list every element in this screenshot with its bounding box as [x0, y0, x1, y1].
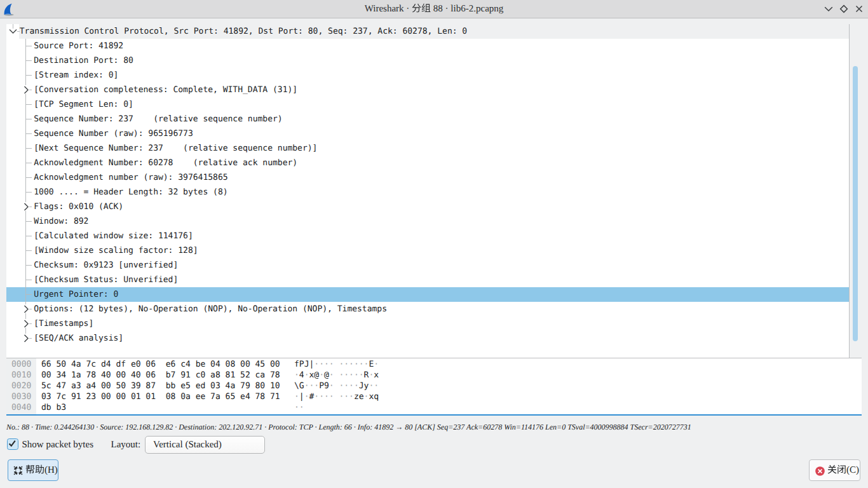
tree-row[interactable]: [Calculated window size: 114176] [6, 229, 849, 243]
cjk-glyph [837, 464, 846, 474]
tree-row[interactable]: Source Port: 41892 [6, 39, 849, 53]
tree-row-text: Sequence Number: 237 (relative sequence … [34, 112, 282, 126]
tree-row[interactable]: Transmission Control Protocol, Src Port:… [6, 24, 849, 39]
expander-collapsed-icon[interactable] [23, 305, 29, 313]
hex-row[interactable]: 001000 34 1a 78 40 00 40 06 b7 91 c0 a8 … [6, 370, 862, 381]
tree-row-text: Urgent Pointer: 0 [34, 287, 118, 302]
hex-bytes[interactable]: db b3 [41, 402, 66, 413]
hex-offset: 0020 [11, 381, 31, 391]
close-button[interactable]: (C) [809, 459, 860, 481]
help-button[interactable]: (H) [8, 459, 58, 481]
tree-guide-line [29, 309, 32, 309]
tree-row-text: [Timestamps] [34, 316, 93, 331]
cjk-glyph [827, 464, 837, 474]
tree-guide-line [25, 133, 32, 134]
tree-guide-line [25, 60, 32, 61]
tree-row-text: [Stream index: 0] [34, 68, 118, 83]
layout-label: Layout: [111, 440, 141, 450]
tree-row[interactable]: [Next Sequence Number: 237 (relative seq… [6, 141, 849, 156]
tree-row-text: Options: (12 bytes), No-Operation (NOP),… [34, 302, 387, 316]
close-window-button[interactable] [852, 0, 866, 18]
hex-row[interactable]: 00205c 47 a3 a4 00 50 39 87 bb e5 ed 03 … [6, 381, 862, 391]
tree-guide-line [25, 236, 32, 236]
hex-bytes[interactable]: 66 50 4a 7c d4 df e0 06 e6 c4 be 04 08 0… [41, 359, 280, 370]
tree-guide-line [25, 163, 32, 163]
tree-row-text: Checksum: 0x9123 [unverified] [34, 258, 178, 273]
tree-row-text: 1000 .... = Header Length: 32 bytes (8) [34, 185, 227, 200]
tree-row[interactable]: Window: 892 [6, 214, 849, 229]
checkmark-icon [7, 438, 17, 449]
selected-row-highlight [6, 287, 849, 302]
tree-row[interactable]: [Timestamps] [6, 316, 849, 331]
tree-row[interactable]: Acknowledgment number (raw): 3976415865 [6, 170, 849, 185]
tree-row[interactable]: 1000 .... = Header Length: 32 bytes (8) [6, 185, 849, 200]
maximize-icon [839, 4, 848, 13]
tree-row-text: Flags: 0x010 (ACK) [34, 200, 123, 214]
hex-ascii[interactable]: ·4·x@·@· ·····R·x [294, 370, 379, 381]
tree-row[interactable]: [Checksum Status: Unverified] [6, 273, 849, 287]
tree-row[interactable]: Acknowledgment Number: 60278 (relative a… [6, 156, 849, 170]
tree-row[interactable]: Sequence Number: 237 (relative sequence … [6, 112, 849, 126]
tree-guide-line [25, 331, 26, 334]
tree-guide-line [29, 323, 32, 324]
hex-row[interactable]: 0040db b3·· [6, 402, 862, 413]
window-title: Wireshark · 88 · lib6-2.pcapng [0, 0, 868, 18]
expander-collapsed-icon[interactable] [23, 320, 29, 328]
tree-row[interactable]: Sequence Number (raw): 965196773 [6, 126, 849, 141]
tree-guide-line [25, 294, 32, 295]
tree-row-text: [SEQ/ACK analysis] [34, 331, 123, 346]
hex-offset: 0030 [11, 391, 31, 402]
layout-selected-value: Vertical (Stacked) [153, 440, 222, 450]
hex-row[interactable]: 000066 50 4a 7c d4 df e0 06 e6 c4 be 04 … [6, 359, 862, 370]
tree-row[interactable]: [TCP Segment Len: 0] [6, 97, 849, 112]
help-button-label: (H) [25, 464, 58, 476]
close-button-label: (C) [827, 464, 859, 476]
cjk-glyph [25, 464, 35, 474]
show-packet-bytes-checkbox[interactable] [7, 438, 18, 450]
tree-row[interactable]: Destination Port: 80 [6, 53, 849, 68]
tree-guide-line [25, 302, 26, 305]
packet-summary-line: No.: 88 · Time: 0.244264130 · Source: 19… [6, 423, 858, 432]
hex-ascii[interactable]: ·· [294, 402, 304, 413]
tree-guide-line [25, 148, 32, 149]
tree-row-text: Destination Port: 80 [34, 53, 133, 68]
packet-detail-tree: Transmission Control Protocol, Src Port:… [6, 24, 849, 358]
cjk-glyph [35, 464, 44, 474]
hex-bytes[interactable]: 5c 47 a3 a4 00 50 39 87 bb e5 ed 03 4a 7… [41, 381, 280, 391]
lifebuoy-help-icon [13, 466, 23, 475]
tree-row-text: Acknowledgment number (raw): 3976415865 [34, 170, 227, 185]
tree-row[interactable]: [SEQ/ACK analysis] [6, 331, 849, 346]
hex-bytes[interactable]: 03 7c 91 23 00 00 01 01 08 0a ee 7a 65 e… [41, 391, 280, 402]
tree-guide-line [29, 207, 32, 207]
hex-ascii[interactable]: fPJ|···· ······E· [294, 359, 379, 370]
hex-offset: 0010 [11, 370, 31, 381]
hex-row[interactable]: 003003 7c 91 23 00 00 01 01 08 0a ee 7a … [6, 391, 862, 402]
hex-ascii[interactable]: ·|·#···· ···ze·xq [294, 391, 379, 402]
cjk-glyph [412, 3, 421, 13]
tree-guide-line [25, 250, 32, 251]
tree-row[interactable]: Checksum: 0x9123 [unverified] [6, 258, 849, 273]
expander-expanded-icon[interactable] [9, 29, 17, 34]
expander-collapsed-icon[interactable] [23, 86, 29, 94]
expander-collapsed-icon[interactable] [23, 203, 29, 211]
tree-row[interactable]: [Window size scaling factor: 128] [6, 243, 849, 258]
tree-row-text: Window: 892 [34, 214, 88, 229]
tree-row[interactable]: Options: (12 bytes), No-Operation (NOP),… [6, 302, 849, 316]
minimize-button[interactable] [822, 0, 836, 18]
hex-bytes[interactable]: 00 34 1a 78 40 00 40 06 b7 91 c0 a8 81 5… [41, 370, 280, 381]
hex-ascii[interactable]: \G···P9· ····Jy·· [294, 381, 379, 391]
tree-row-text: [Next Sequence Number: 237 (relative seq… [34, 141, 317, 156]
tree-row[interactable]: [Conversation completeness: Complete, WI… [6, 83, 849, 97]
tree-scrollbar-thumb[interactable] [853, 66, 858, 341]
tree-row[interactable]: [Stream index: 0] [6, 68, 849, 83]
tree-row-text: [TCP Segment Len: 0] [34, 97, 133, 112]
close-circle-icon [815, 466, 825, 476]
maximize-button[interactable] [837, 0, 851, 18]
expander-collapsed-icon[interactable] [23, 334, 29, 342]
show-packet-bytes-label[interactable]: Show packet bytes [22, 440, 93, 450]
tree-row[interactable]: Flags: 0x010 (ACK) [6, 200, 849, 214]
tree-row-text: [Conversation completeness: Complete, WI… [34, 83, 297, 97]
tree-guide-line [25, 192, 32, 193]
tree-row[interactable]: Urgent Pointer: 0 [6, 287, 849, 302]
hex-pane-focus-line [6, 414, 862, 416]
